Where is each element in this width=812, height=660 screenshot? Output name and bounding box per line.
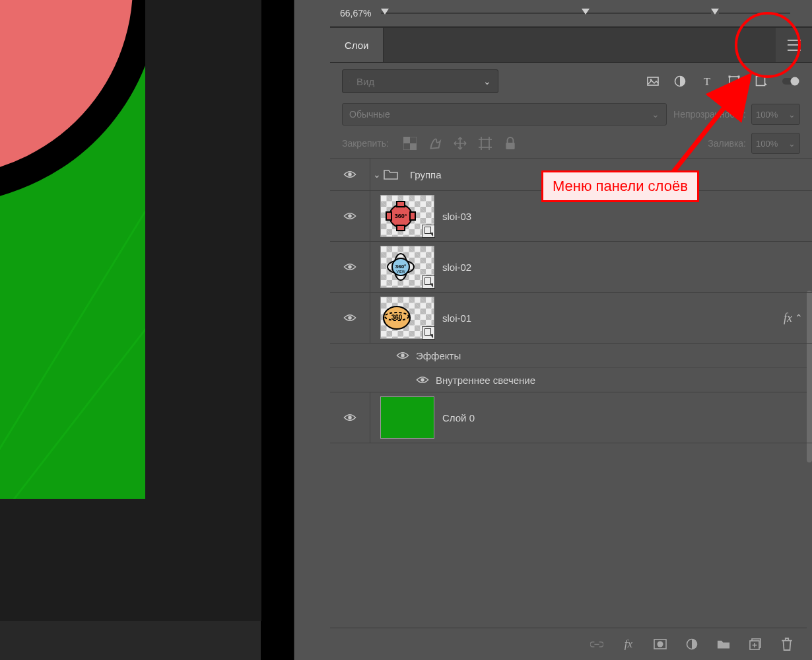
layer-row[interactable]: 360°VIEW sloi-02: [330, 242, 812, 293]
tab-layers[interactable]: Слои: [330, 28, 384, 62]
svg-text:T: T: [704, 75, 711, 88]
folder-icon: [384, 169, 398, 180]
svg-point-37: [348, 316, 351, 319]
visibility-toggle[interactable]: [343, 314, 356, 322]
visibility-toggle[interactable]: [416, 376, 429, 384]
filter-smartobject-icon[interactable]: [755, 75, 768, 88]
collapse-toggle[interactable]: ⌄: [370, 169, 384, 180]
smartobject-badge-icon: [422, 275, 435, 289]
lock-position-icon[interactable]: [454, 137, 467, 150]
fill-field[interactable]: 100%⌄: [751, 133, 800, 154]
lock-image-icon[interactable]: [428, 137, 442, 150]
fill-label: Заливка:: [708, 138, 746, 149]
tab-spacer: [384, 28, 776, 62]
new-group-icon[interactable]: [717, 638, 730, 651]
layer-row[interactable]: 360° sloi-03: [330, 191, 812, 242]
layer-name[interactable]: sloi-03: [442, 211, 471, 222]
svg-rect-7: [729, 76, 731, 78]
fx-badge[interactable]: fx: [784, 311, 795, 325]
visibility-toggle[interactable]: [343, 414, 356, 422]
layer-row[interactable]: 360 sloi-01 fx ⌃: [330, 293, 812, 344]
blend-mode-row: Обычные ⌄ Непрозрачность: 100%⌄: [330, 100, 812, 129]
svg-text:VIEW: VIEW: [397, 270, 405, 274]
layer-mask-icon[interactable]: [654, 638, 667, 651]
document-window: [0, 0, 261, 621]
adjustment-layer-icon[interactable]: [685, 638, 698, 651]
svg-rect-15: [403, 137, 410, 143]
panel-dock-divider[interactable]: [294, 0, 331, 660]
visibility-toggle[interactable]: [396, 351, 409, 359]
layer-name[interactable]: sloi-02: [442, 262, 471, 273]
layer-name[interactable]: sloi-01: [442, 312, 471, 324]
opacity-label: Непрозрачность:: [673, 109, 746, 120]
filter-shape-icon[interactable]: [727, 75, 741, 88]
layer-thumbnail[interactable]: 360°VIEW: [380, 246, 434, 288]
canvas-artwork[interactable]: [0, 0, 145, 499]
svg-point-31: [348, 265, 351, 268]
zoom-value[interactable]: 66,67%: [340, 8, 371, 18]
layer-filter-input[interactable]: [355, 75, 483, 88]
chevron-down-icon: ⌄: [483, 76, 491, 87]
svg-rect-6: [729, 77, 739, 86]
new-layer-icon[interactable]: [749, 638, 762, 651]
effect-name: Внутреннее свечение: [436, 375, 535, 386]
canvas-area: [0, 0, 261, 660]
effects-header-row[interactable]: Эффекты: [330, 344, 812, 368]
layer-style-icon[interactable]: fx: [622, 638, 635, 651]
svg-rect-16: [410, 143, 417, 150]
opacity-field[interactable]: 100%⌄: [751, 104, 800, 125]
filter-type-icon[interactable]: T: [700, 75, 714, 88]
layer-thumbnail[interactable]: [380, 396, 434, 439]
visibility-toggle[interactable]: [343, 263, 356, 271]
svg-rect-17: [481, 139, 489, 147]
lock-row: Закрепить: Заливка: 100%⌄: [330, 129, 812, 159]
filter-toggle[interactable]: [782, 75, 800, 88]
svg-point-28: [348, 214, 351, 217]
layer-thumbnail[interactable]: 360: [380, 297, 434, 339]
effect-item-row[interactable]: Внутреннее свечение: [330, 368, 812, 392]
svg-point-43: [348, 416, 351, 419]
layer-group-row[interactable]: ⌄ Группа: [330, 159, 812, 191]
fx-collapse-icon[interactable]: ⌃: [795, 312, 807, 323]
svg-text:360°: 360°: [395, 264, 407, 270]
layer-row[interactable]: Слой 0: [330, 392, 812, 443]
zoom-handle-icon[interactable]: [582, 9, 590, 15]
panel-tab-bar: Слои: [330, 27, 812, 63]
zoom-slider[interactable]: [381, 13, 790, 14]
filter-pixel-icon[interactable]: [646, 75, 660, 88]
visibility-toggle[interactable]: [343, 212, 356, 220]
group-name[interactable]: Группа: [410, 169, 442, 180]
visibility-toggle[interactable]: [343, 170, 356, 178]
layer-search-row: ⌄ T: [330, 63, 812, 100]
svg-point-27: [348, 172, 351, 176]
zoom-large-icon: [711, 9, 719, 15]
lock-transparency-icon[interactable]: [403, 137, 417, 150]
opacity-value: 100%: [756, 110, 778, 120]
layers-panel-footer: fx: [330, 628, 807, 660]
layer-list: ⌄ Группа 360° sloi-03 360°VIEW s: [330, 159, 812, 443]
filter-adjustment-icon[interactable]: [673, 75, 687, 88]
lock-label: Закрепить:: [342, 138, 389, 149]
chevron-down-icon: ⌄: [652, 109, 660, 120]
link-layers-icon[interactable]: [590, 638, 603, 651]
svg-point-0: [349, 81, 350, 82]
lock-artboard-icon[interactable]: [479, 137, 492, 150]
chevron-down-icon: ⌄: [788, 139, 795, 149]
lock-all-icon[interactable]: [504, 137, 517, 150]
layer-name[interactable]: Слой 0: [442, 412, 475, 423]
blend-mode-select[interactable]: Обычные ⌄: [342, 103, 667, 126]
smartobject-badge-icon: [422, 326, 435, 340]
delete-layer-icon[interactable]: [780, 638, 794, 651]
navigator-zoom-bar: 66,67%: [330, 0, 812, 27]
svg-point-45: [658, 642, 663, 647]
hamburger-icon: [788, 40, 801, 51]
chevron-down-icon: ⌄: [788, 110, 795, 120]
effects-label: Эффекты: [416, 350, 461, 361]
svg-point-41: [401, 353, 404, 357]
fill-value: 100%: [756, 139, 778, 149]
svg-rect-26: [506, 143, 514, 149]
layer-thumbnail[interactable]: 360°: [380, 195, 434, 237]
svg-text:360°: 360°: [395, 213, 407, 219]
layer-filter-type[interactable]: ⌄: [342, 69, 498, 93]
panel-menu-button[interactable]: [776, 28, 812, 62]
